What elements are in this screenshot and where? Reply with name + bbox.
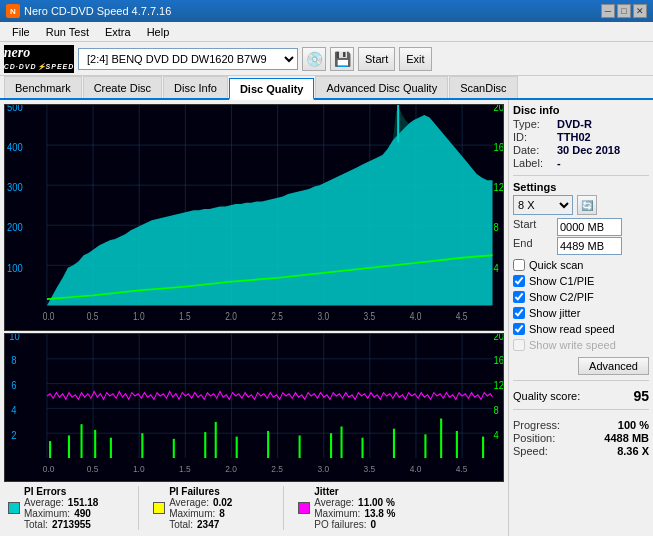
tab-disc-quality[interactable]: Disc Quality xyxy=(229,78,315,100)
maximize-button[interactable]: □ xyxy=(617,4,631,18)
svg-text:3.5: 3.5 xyxy=(364,464,376,474)
svg-text:4: 4 xyxy=(11,405,17,416)
menu-bar: File Run Test Extra Help xyxy=(0,22,653,42)
date-val: 30 Dec 2018 xyxy=(557,144,620,156)
svg-text:100: 100 xyxy=(7,262,23,274)
main-content: 500 400 300 200 100 20 16 12 8 4 0.0 0.5… xyxy=(0,100,653,536)
show-jitter-label: Show jitter xyxy=(529,307,580,319)
quick-scan-check[interactable] xyxy=(513,259,525,271)
jitter-stat: Jitter Average: 11.00 % Maximum: 13.8 % … xyxy=(298,486,420,530)
pi-failures-label: PI Failures xyxy=(169,486,269,497)
chart-area: 500 400 300 200 100 20 16 12 8 4 0.0 0.5… xyxy=(0,100,508,536)
pi-errors-max-val: 490 xyxy=(74,508,124,519)
divider-3 xyxy=(513,409,649,410)
start-input[interactable] xyxy=(557,218,622,236)
svg-rect-74 xyxy=(68,436,70,459)
show-read-speed-check[interactable] xyxy=(513,323,525,335)
svg-text:3.5: 3.5 xyxy=(364,312,376,323)
tab-create-disc[interactable]: Create Disc xyxy=(83,76,162,98)
quality-score-row: Quality score: 95 xyxy=(513,388,649,404)
svg-text:2.5: 2.5 xyxy=(271,464,283,474)
pi-errors-stat: PI Errors Average: 151.18 Maximum: 490 T… xyxy=(8,486,124,530)
svg-rect-76 xyxy=(110,438,112,458)
pi-errors-color xyxy=(8,502,20,514)
show-c2pif-check[interactable] xyxy=(513,291,525,303)
menu-help[interactable]: Help xyxy=(139,24,178,40)
bottom-chart: 10 8 6 4 2 20 16 12 8 4 0.0 0.5 1.0 1.5 … xyxy=(4,333,504,482)
svg-rect-79 xyxy=(204,433,206,459)
menu-run-test[interactable]: Run Test xyxy=(38,24,97,40)
svg-text:4.5: 4.5 xyxy=(456,312,468,323)
svg-text:1.0: 1.0 xyxy=(133,312,145,323)
show-c2pif-label: Show C2/PIF xyxy=(529,291,594,303)
svg-text:20: 20 xyxy=(494,334,503,342)
svg-text:4.0: 4.0 xyxy=(410,312,422,323)
svg-rect-84 xyxy=(361,438,363,458)
toolbar: nero CD·DVD⚡SPEED [2:4] BENQ DVD DD DW16… xyxy=(0,42,653,76)
quick-scan-label: Quick scan xyxy=(529,259,583,271)
svg-text:8: 8 xyxy=(494,405,500,416)
pi-failures-stat: PI Failures Average: 0.02 Maximum: 8 Tot… xyxy=(153,486,269,530)
end-input[interactable] xyxy=(557,237,622,255)
svg-text:4: 4 xyxy=(494,262,499,274)
svg-rect-90 xyxy=(215,422,217,458)
id-key: ID: xyxy=(513,131,553,143)
show-c1pie-row: Show C1/PIE xyxy=(513,275,649,287)
save-icon-btn[interactable]: 💾 xyxy=(330,47,354,71)
svg-rect-92 xyxy=(440,419,442,458)
svg-rect-38 xyxy=(5,334,503,481)
title-bar: N Nero CD-DVD Speed 4.7.7.16 ─ □ ✕ xyxy=(0,0,653,22)
svg-text:4: 4 xyxy=(494,430,500,441)
svg-text:4.5: 4.5 xyxy=(456,464,468,474)
exit-button[interactable]: Exit xyxy=(399,47,431,71)
svg-text:1.5: 1.5 xyxy=(179,464,191,474)
label-key: Label: xyxy=(513,157,553,169)
advanced-button[interactable]: Advanced xyxy=(578,357,649,375)
svg-rect-80 xyxy=(236,437,238,458)
progress-section: Progress: 100 % Position: 4488 MB Speed:… xyxy=(513,419,649,458)
svg-text:16: 16 xyxy=(494,356,503,367)
tab-advanced-disc-quality[interactable]: Advanced Disc Quality xyxy=(315,76,448,98)
quick-scan-row: Quick scan xyxy=(513,259,649,271)
svg-text:400: 400 xyxy=(7,142,23,154)
disc-icon-btn[interactable]: 💿 xyxy=(302,47,326,71)
tab-bar: Benchmark Create Disc Disc Info Disc Qua… xyxy=(0,76,653,100)
tab-scandisc[interactable]: ScanDisc xyxy=(449,76,517,98)
close-button[interactable]: ✕ xyxy=(633,4,647,18)
pi-errors-total-val: 2713955 xyxy=(52,519,102,530)
progress-val: 100 % xyxy=(618,419,649,431)
svg-text:1.0: 1.0 xyxy=(133,464,145,474)
id-val: TTH02 xyxy=(557,131,591,143)
divider-2 xyxy=(513,380,649,381)
menu-extra[interactable]: Extra xyxy=(97,24,139,40)
svg-rect-88 xyxy=(482,437,484,458)
minimize-button[interactable]: ─ xyxy=(601,4,615,18)
title-bar-buttons: ─ □ ✕ xyxy=(601,4,647,18)
tab-disc-info[interactable]: Disc Info xyxy=(163,76,228,98)
menu-file[interactable]: File xyxy=(4,24,38,40)
label-val: - xyxy=(557,157,561,169)
svg-text:0.0: 0.0 xyxy=(43,464,55,474)
type-key: Type: xyxy=(513,118,553,130)
settings-icon-btn[interactable]: 🔄 xyxy=(577,195,597,215)
tab-benchmark[interactable]: Benchmark xyxy=(4,76,82,98)
svg-rect-82 xyxy=(299,436,301,459)
end-row: End xyxy=(513,237,649,255)
quality-score-value: 95 xyxy=(633,388,649,404)
svg-text:300: 300 xyxy=(7,182,23,194)
pi-errors-avg-val: 151.18 xyxy=(68,497,118,508)
svg-text:8: 8 xyxy=(11,356,17,367)
speed-select[interactable]: 8 X xyxy=(513,195,573,215)
svg-rect-73 xyxy=(49,442,51,459)
show-write-speed-check[interactable] xyxy=(513,339,525,351)
show-jitter-check[interactable] xyxy=(513,307,525,319)
pi-failures-color xyxy=(153,502,165,514)
drive-select[interactable]: [2:4] BENQ DVD DD DW1620 B7W9 xyxy=(78,48,298,70)
date-key: Date: xyxy=(513,144,553,156)
start-button[interactable]: Start xyxy=(358,47,395,71)
svg-text:0.0: 0.0 xyxy=(43,312,55,323)
svg-rect-81 xyxy=(267,431,269,458)
show-c1pie-check[interactable] xyxy=(513,275,525,287)
type-val: DVD-R xyxy=(557,118,592,130)
speed-val: 8.36 X xyxy=(617,445,649,457)
